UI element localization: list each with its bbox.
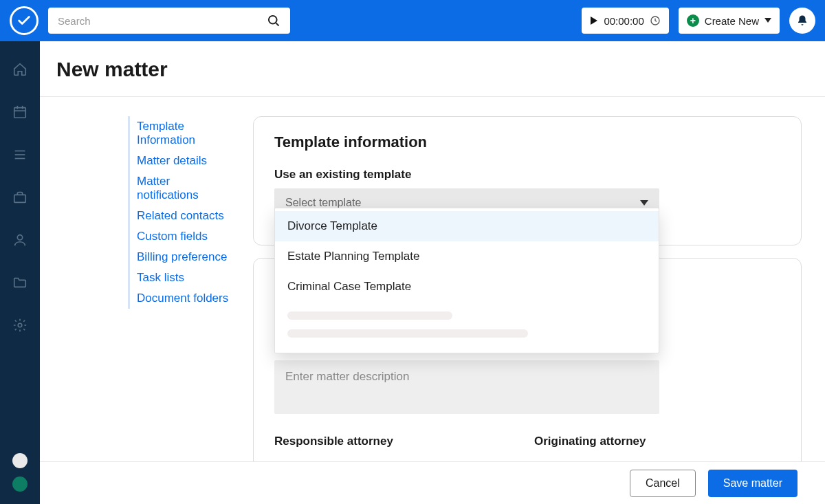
svg-marker-15 <box>640 200 648 206</box>
svg-point-13 <box>17 235 22 240</box>
caret-down-icon <box>640 200 648 206</box>
app-logo[interactable] <box>10 6 38 35</box>
svg-rect-5 <box>14 108 26 118</box>
nav-briefcase-icon[interactable] <box>12 190 28 205</box>
dropdown-loading-skeleton <box>287 329 528 338</box>
section-nav-item[interactable]: Matter notifications <box>130 171 232 206</box>
caret-down-icon <box>764 18 771 23</box>
nav-calendar-icon[interactable] <box>12 105 28 120</box>
play-icon[interactable] <box>590 17 598 25</box>
dropdown-option[interactable]: Divorce Template <box>275 211 659 241</box>
svg-rect-12 <box>14 195 26 202</box>
search-icon[interactable] <box>267 14 280 28</box>
create-new-button[interactable]: + Create New <box>679 8 780 34</box>
cancel-button[interactable]: Cancel <box>630 470 696 497</box>
dropdown-option[interactable]: Criminal Case Template <box>275 272 659 302</box>
section-nav-item[interactable]: Custom fields <box>130 226 232 247</box>
section-nav-item[interactable]: Template Information <box>130 116 232 151</box>
template-info-card: Template information Use an existing tem… <box>253 116 802 245</box>
top-bar: 00:00:00 + Create New <box>0 0 825 41</box>
dropdown-option[interactable]: Estate Planning Template <box>275 241 659 272</box>
section-nav-item[interactable]: Document folders <box>130 288 232 309</box>
section-nav-item[interactable]: Task lists <box>130 267 232 288</box>
form-area: Template information Use an existing tem… <box>232 116 825 504</box>
originating-attorney-label: Originating attorney <box>534 435 780 448</box>
nav-settings-icon[interactable] <box>12 318 28 333</box>
dropdown-loading-skeleton <box>287 311 452 320</box>
timer-widget[interactable]: 00:00:00 <box>582 8 668 34</box>
nav-tasks-icon[interactable] <box>12 147 28 162</box>
matter-description-input[interactable]: Enter matter description <box>274 360 659 414</box>
left-rail <box>0 41 40 504</box>
search-input[interactable] <box>58 15 267 27</box>
page-title: New matter <box>56 58 825 81</box>
responsible-attorney-label: Responsible attorney <box>274 435 520 448</box>
template-field-label: Use an existing template <box>274 168 780 182</box>
plus-icon: + <box>687 14 699 27</box>
form-footer: Cancel Save matter <box>40 461 825 504</box>
page-header: New matter <box>40 41 825 97</box>
section-nav: Template Information Matter details Matt… <box>40 116 232 504</box>
status-dot-grey[interactable] <box>12 453 28 468</box>
svg-point-14 <box>18 323 22 327</box>
svg-marker-4 <box>764 18 771 23</box>
timer-value: 00:00:00 <box>604 15 644 27</box>
clock-icon <box>650 15 661 26</box>
save-matter-button[interactable]: Save matter <box>708 470 798 497</box>
card-title: Template information <box>274 133 780 151</box>
create-new-label: Create New <box>705 15 759 27</box>
svg-line-1 <box>276 23 278 25</box>
nav-person-icon[interactable] <box>12 232 28 248</box>
template-dropdown: Divorce Template Estate Planning Templat… <box>274 208 659 353</box>
nav-home-icon[interactable] <box>12 62 28 77</box>
main-content: New matter Template Information Matter d… <box>40 41 825 504</box>
svg-point-0 <box>269 16 277 24</box>
description-placeholder: Enter matter description <box>285 370 409 383</box>
notifications-button[interactable] <box>789 8 815 34</box>
section-nav-item[interactable]: Matter details <box>130 151 232 171</box>
section-nav-item[interactable]: Billing preference <box>130 247 232 267</box>
search-field[interactable] <box>48 8 290 34</box>
section-nav-item[interactable]: Related contacts <box>130 206 232 226</box>
svg-marker-2 <box>591 17 597 25</box>
nav-folder-icon[interactable] <box>12 275 28 290</box>
status-dot-green[interactable] <box>12 476 28 492</box>
